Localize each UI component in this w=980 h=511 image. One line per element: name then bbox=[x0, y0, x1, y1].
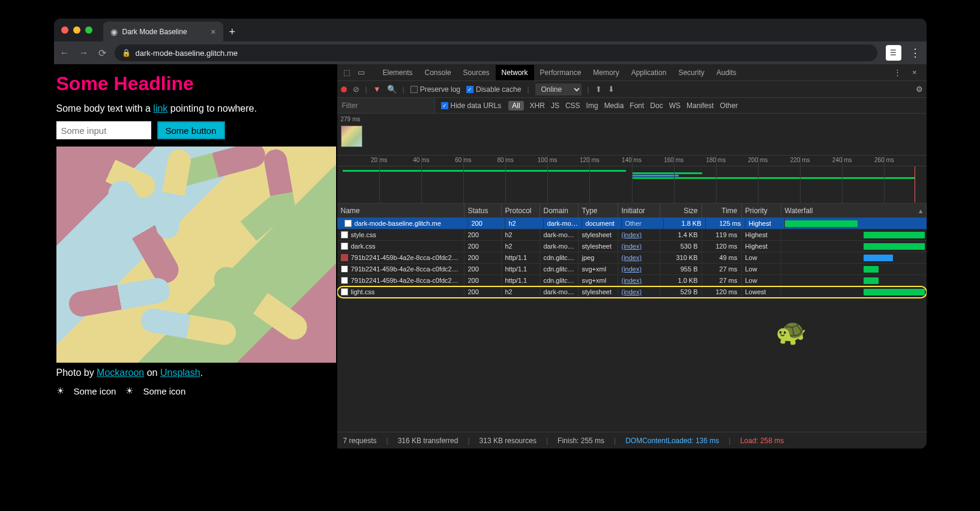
tab-title: Dark Mode Baseline bbox=[122, 28, 187, 36]
caption-mid: on bbox=[144, 367, 160, 378]
file-icon bbox=[341, 288, 348, 295]
row-initiator[interactable]: (index) bbox=[618, 264, 660, 274]
filter-input[interactable]: Filter bbox=[337, 98, 435, 113]
network-row[interactable]: style.css200h2dark-mo…stylesheet(index)1… bbox=[337, 229, 927, 241]
preserve-log-checkbox[interactable]: Preserve log bbox=[410, 85, 460, 94]
maximize-window-button[interactable] bbox=[85, 26, 92, 34]
throttle-select[interactable]: Online bbox=[535, 83, 582, 95]
network-row[interactable]: dark-mode-baseline.glitch.me200h2dark-mo… bbox=[337, 218, 927, 229]
record-button[interactable] bbox=[341, 86, 347, 92]
devtools-tab-memory[interactable]: Memory bbox=[587, 65, 625, 80]
reload-button[interactable]: ⟳ bbox=[98, 47, 106, 59]
devtools-tab-application[interactable]: Application bbox=[625, 65, 673, 80]
type-chip-font[interactable]: Font bbox=[630, 101, 644, 110]
network-row[interactable]: 791b2241-459b-4a2e-8cca-c0fdc2…200http/1… bbox=[337, 275, 927, 286]
table-header[interactable]: Name Status Protocol Domain Type Initiat… bbox=[337, 204, 927, 218]
close-tab-button[interactable]: × bbox=[211, 27, 215, 37]
row-initiator[interactable]: (index) bbox=[618, 229, 660, 240]
col-size[interactable]: Size bbox=[660, 204, 702, 217]
col-time[interactable]: Time bbox=[702, 204, 742, 217]
col-protocol[interactable]: Protocol bbox=[502, 204, 540, 217]
browser-menu-button[interactable]: ⋮ bbox=[910, 46, 921, 59]
row-protocol: h2 bbox=[502, 241, 540, 252]
hide-data-urls-checkbox[interactable]: ✓Hide data URLs bbox=[441, 101, 502, 110]
row-name: 791b2241-459b-4a2e-8cca-c0fdc2… bbox=[351, 277, 458, 284]
col-name[interactable]: Name bbox=[337, 204, 464, 217]
row-time: 27 ms bbox=[702, 264, 742, 274]
network-row[interactable]: 791b2241-459b-4a2e-8cca-c0fdc2…200http/1… bbox=[337, 264, 927, 275]
clear-button[interactable]: ⊘ bbox=[353, 85, 359, 94]
device-toolbar-icon[interactable]: ▭ bbox=[355, 68, 367, 77]
col-priority[interactable]: Priority bbox=[742, 204, 781, 217]
col-status[interactable]: Status bbox=[464, 204, 502, 217]
settings-icon[interactable]: ⚙ bbox=[916, 85, 923, 94]
type-chip-ws[interactable]: WS bbox=[669, 101, 681, 110]
row-initiator[interactable]: Other bbox=[622, 218, 664, 229]
address-bar: ← → ⟳ 🔒 dark-mode-baseline.glitch.me ☰ ⋮ bbox=[54, 41, 927, 64]
caption-site-link[interactable]: Unsplash bbox=[160, 367, 200, 378]
type-chip-media[interactable]: Media bbox=[604, 101, 624, 110]
devtools-menu-icon[interactable]: ⋮ bbox=[891, 68, 904, 77]
devtools-tab-performance[interactable]: Performance bbox=[534, 65, 588, 80]
body-text-post: pointing to nowhere. bbox=[167, 103, 257, 113]
col-initiator[interactable]: Initiator bbox=[618, 204, 660, 217]
url-input[interactable]: 🔒 dark-mode-baseline.glitch.me bbox=[115, 44, 877, 61]
disable-cache-checkbox[interactable]: ✓Disable cache bbox=[466, 85, 521, 94]
type-chip-other[interactable]: Other bbox=[720, 101, 738, 110]
network-row[interactable]: dark.css200h2dark-mo…stylesheet(index)53… bbox=[337, 241, 927, 252]
row-initiator[interactable]: (index) bbox=[618, 286, 660, 297]
type-chip-manifest[interactable]: Manifest bbox=[687, 101, 714, 110]
minimize-window-button[interactable] bbox=[73, 26, 80, 34]
sample-input[interactable] bbox=[56, 121, 151, 139]
row-domain: dark-mo… bbox=[540, 241, 579, 252]
devtools-tab-sources[interactable]: Sources bbox=[457, 65, 496, 80]
devtools-tab-security[interactable]: Security bbox=[672, 65, 710, 80]
body-link[interactable]: link bbox=[153, 103, 167, 113]
row-type: stylesheet bbox=[579, 241, 618, 252]
type-chip-img[interactable]: Img bbox=[586, 101, 598, 110]
network-row[interactable]: 791b2241-459b-4a2e-8cca-c0fdc2…200http/1… bbox=[337, 252, 927, 264]
inspect-element-icon[interactable]: ⬚ bbox=[341, 68, 353, 77]
back-button[interactable]: ← bbox=[60, 47, 70, 58]
screenshot-thumbnail[interactable] bbox=[341, 125, 362, 147]
row-size: 955 B bbox=[660, 264, 702, 274]
col-waterfall[interactable]: Waterfall▴ bbox=[781, 204, 927, 217]
file-icon bbox=[344, 220, 352, 227]
type-chip-css[interactable]: CSS bbox=[565, 101, 580, 110]
row-waterfall bbox=[781, 264, 927, 274]
type-chip-js[interactable]: JS bbox=[551, 101, 559, 110]
sample-button[interactable]: Some button bbox=[157, 121, 225, 139]
row-initiator[interactable]: (index) bbox=[618, 252, 660, 263]
search-icon[interactable]: 🔍 bbox=[387, 85, 397, 94]
caption-author-link[interactable]: Mockaroon bbox=[97, 367, 144, 378]
devtools-close-icon[interactable]: × bbox=[910, 68, 919, 77]
type-chip-all[interactable]: All bbox=[508, 101, 523, 110]
devtools-tab-network[interactable]: Network bbox=[496, 65, 534, 80]
devtools-tab-elements[interactable]: Elements bbox=[377, 65, 419, 80]
network-timeline[interactable]: 20 ms40 ms60 ms80 ms100 ms120 ms140 ms16… bbox=[337, 156, 927, 204]
download-har-icon[interactable]: ⬇ bbox=[608, 85, 615, 94]
devtools-tab-audits[interactable]: Audits bbox=[711, 65, 742, 80]
type-chip-doc[interactable]: Doc bbox=[650, 101, 663, 110]
forward-button[interactable]: → bbox=[79, 47, 89, 58]
network-overview[interactable]: 279 ms bbox=[337, 113, 927, 156]
new-tab-button[interactable]: + bbox=[229, 26, 236, 38]
row-waterfall bbox=[781, 275, 927, 286]
page-content: Some Headline Some body text with a link… bbox=[54, 64, 337, 449]
col-domain[interactable]: Domain bbox=[540, 204, 579, 217]
filter-toggle-icon[interactable]: ▼ bbox=[373, 85, 381, 94]
row-status: 200 bbox=[464, 229, 502, 240]
devtools-tab-console[interactable]: Console bbox=[419, 65, 457, 80]
row-initiator[interactable]: (index) bbox=[618, 275, 660, 286]
file-icon bbox=[341, 231, 348, 238]
browser-tab[interactable]: ◉ Dark Mode Baseline × bbox=[103, 22, 223, 41]
row-status: 200 bbox=[464, 286, 502, 297]
row-initiator[interactable]: (index) bbox=[618, 241, 660, 252]
upload-har-icon[interactable]: ⬆ bbox=[595, 85, 602, 94]
type-chip-xhr[interactable]: XHR bbox=[530, 101, 545, 110]
extension-button[interactable]: ☰ bbox=[886, 45, 901, 61]
close-window-button[interactable] bbox=[61, 26, 68, 34]
body-text-pre: Some body text with a bbox=[56, 103, 154, 113]
network-row[interactable]: light.css200h2dark-mo…stylesheet(index)5… bbox=[337, 286, 927, 298]
col-type[interactable]: Type bbox=[579, 204, 618, 217]
